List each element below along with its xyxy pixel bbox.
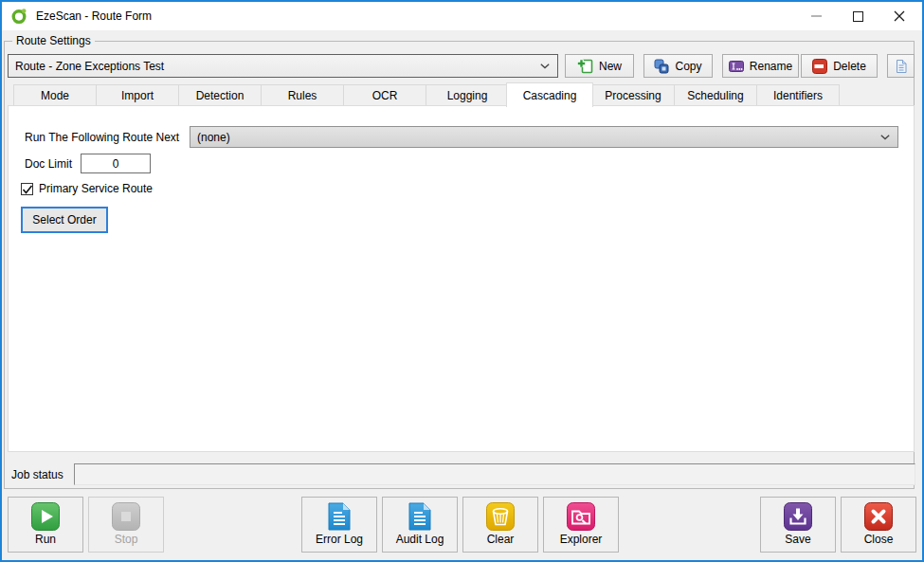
tab-logging[interactable]: Logging bbox=[426, 84, 509, 106]
clear-button-label: Clear bbox=[487, 533, 515, 546]
doc-limit-label: Doc Limit bbox=[25, 157, 72, 171]
ezescan-route-form-window: EzeScan - Route Form Route Settings Rout… bbox=[0, 0, 924, 562]
primary-service-route-checkbox[interactable]: Primary Service Route bbox=[21, 182, 153, 195]
new-route-button[interactable]: New bbox=[565, 54, 634, 78]
audit-log-icon bbox=[408, 502, 431, 531]
job-status-field bbox=[74, 463, 915, 485]
new-icon bbox=[577, 59, 593, 74]
error-log-icon bbox=[328, 502, 351, 531]
tab-processing[interactable]: Processing bbox=[591, 84, 675, 106]
explorer-icon bbox=[567, 502, 595, 531]
route-selector-combobox[interactable]: Route - Zone Exceptions Test bbox=[8, 54, 558, 78]
titlebar: EzeScan - Route Form bbox=[2, 2, 922, 30]
tab-scheduling[interactable]: Scheduling bbox=[674, 84, 757, 106]
document-icon bbox=[895, 59, 908, 74]
tab-ocr[interactable]: OCR bbox=[343, 84, 426, 106]
delete-icon bbox=[812, 59, 827, 74]
close-window-button[interactable] bbox=[879, 2, 920, 30]
stop-icon bbox=[112, 502, 140, 531]
close-button[interactable]: Close bbox=[841, 497, 916, 553]
chevron-down-icon bbox=[540, 63, 550, 69]
tab-import[interactable]: Import bbox=[96, 84, 179, 106]
run-next-value: (none) bbox=[197, 131, 230, 144]
copy-icon bbox=[654, 59, 669, 74]
stop-button[interactable]: Stop bbox=[88, 497, 164, 553]
tab-identifiers[interactable]: Identifiers bbox=[756, 84, 840, 106]
delete-button-label: Delete bbox=[833, 60, 866, 73]
route-notes-button[interactable] bbox=[887, 54, 915, 78]
copy-route-button[interactable]: Copy bbox=[643, 54, 713, 78]
close-x-icon bbox=[864, 502, 893, 531]
primary-service-route-label: Primary Service Route bbox=[39, 182, 153, 195]
run-next-combobox[interactable]: (none) bbox=[190, 126, 898, 148]
chevron-down-icon bbox=[880, 135, 890, 140]
rename-icon bbox=[729, 59, 744, 74]
tab-cascading[interactable]: Cascading bbox=[506, 82, 593, 107]
rename-button-label: Rename bbox=[750, 60, 792, 73]
error-log-button-label: Error Log bbox=[316, 533, 363, 546]
copy-button-label: Copy bbox=[675, 60, 701, 73]
save-button-label: Save bbox=[785, 533, 810, 546]
minimize-button[interactable] bbox=[795, 2, 837, 30]
maximize-icon bbox=[853, 11, 863, 22]
select-order-button[interactable]: Select Order bbox=[21, 207, 108, 233]
save-button[interactable]: Save bbox=[760, 497, 836, 553]
stop-button-label: Stop bbox=[115, 533, 138, 546]
minimize-icon bbox=[811, 15, 822, 17]
run-button[interactable]: Run bbox=[8, 497, 83, 553]
tab-mode[interactable]: Mode bbox=[13, 84, 97, 106]
rename-route-button[interactable]: Rename bbox=[722, 54, 799, 78]
checkbox-box bbox=[21, 183, 33, 195]
run-next-label: Run The Following Route Next bbox=[25, 131, 179, 144]
tab-rules[interactable]: Rules bbox=[261, 84, 344, 106]
audit-log-button-label: Audit Log bbox=[396, 533, 444, 546]
close-icon bbox=[894, 10, 905, 22]
close-button-label: Close bbox=[864, 533, 894, 546]
job-status-label: Job status bbox=[11, 468, 63, 481]
run-play-icon bbox=[31, 502, 60, 531]
new-button-label: New bbox=[599, 60, 622, 73]
route-selector-value: Route - Zone Exceptions Test bbox=[15, 60, 164, 73]
clear-button[interactable]: Clear bbox=[462, 497, 538, 553]
doc-limit-input[interactable] bbox=[81, 154, 151, 173]
audit-log-button[interactable]: Audit Log bbox=[382, 497, 458, 553]
explorer-button[interactable]: Explorer bbox=[543, 497, 619, 553]
explorer-button-label: Explorer bbox=[560, 533, 603, 546]
delete-route-button[interactable]: Delete bbox=[801, 54, 878, 78]
save-icon bbox=[784, 502, 812, 531]
ezescan-logo-icon bbox=[10, 8, 27, 25]
route-settings-group-label: Route Settings bbox=[12, 34, 95, 47]
tab-detection[interactable]: Detection bbox=[178, 84, 262, 106]
maximize-button[interactable] bbox=[837, 2, 879, 30]
run-button-label: Run bbox=[35, 533, 56, 546]
error-log-button[interactable]: Error Log bbox=[301, 497, 377, 553]
window-title: EzeScan - Route Form bbox=[36, 9, 152, 23]
trash-icon bbox=[486, 502, 515, 531]
